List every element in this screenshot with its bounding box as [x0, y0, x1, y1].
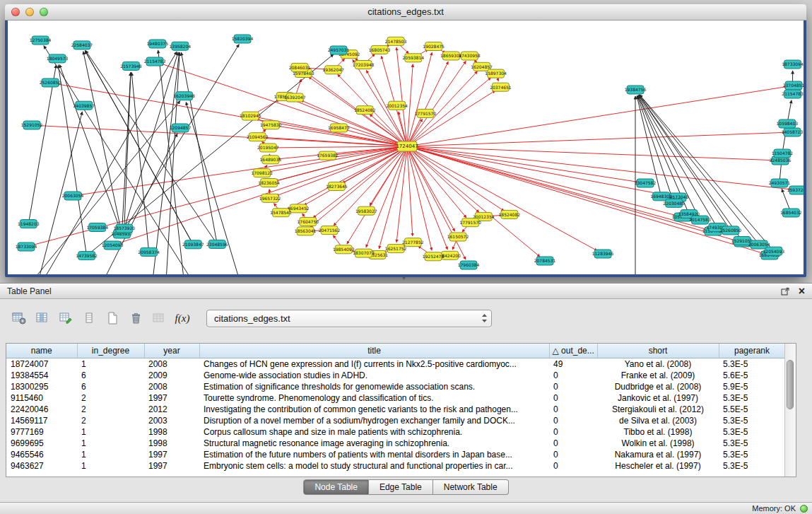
create-column-button[interactable]	[55, 308, 76, 329]
graph-node[interactable]: 17430958	[459, 52, 481, 60]
scrollbar-thumb[interactable]	[787, 360, 794, 409]
graph-node[interactable]: 16805743	[369, 45, 391, 54]
graph-node[interactable]: 16392047	[284, 93, 306, 102]
graph-node[interactable]: 20063054	[62, 192, 84, 200]
graph-node[interactable]: 23048596	[206, 240, 228, 248]
graph-node[interactable]: 18307073	[353, 249, 375, 257]
graph-node[interactable]: 21154783	[144, 57, 166, 66]
graph-node[interactable]: 16203948	[173, 92, 195, 100]
graph-node[interactable]: 14058723	[782, 128, 804, 136]
float-panel-icon[interactable]	[781, 286, 790, 296]
table-row[interactable]: 977716911998Corpus callosum shape and si…	[6, 426, 785, 438]
graph-node[interactable]: 20147583	[689, 216, 711, 224]
splitter-handle[interactable]: ▼	[401, 276, 406, 281]
graph-node[interactable]: 18733094	[16, 243, 37, 251]
column-header-pagerank[interactable]: pagerank	[719, 344, 785, 358]
graph-node[interactable]: 12054093	[763, 247, 785, 255]
import-table-button[interactable]	[148, 308, 170, 329]
graph-node[interactable]: 18733094	[782, 60, 804, 69]
graph-node[interactable]: 15478541	[270, 209, 292, 217]
function-builder-button[interactable]: f(x)	[172, 308, 193, 329]
table-row[interactable]: 946554611997Estimation of the future num…	[6, 449, 785, 460]
column-header-name[interactable]: name	[6, 344, 77, 358]
graph-node[interactable]: 15820394	[232, 35, 254, 43]
graph-node[interactable]: 24039857	[73, 101, 95, 110]
graph-node[interactable]: 11948203	[18, 220, 40, 228]
graph-node[interactable]: 15937204	[787, 186, 804, 194]
graph-node[interactable]: 17098122	[251, 169, 273, 177]
graph-node[interactable]: 17791570	[415, 109, 437, 117]
graph-node[interactable]: 20374651	[490, 83, 512, 91]
graph-node[interactable]: 18573920	[114, 224, 136, 233]
graph-node[interactable]: 15897304	[485, 69, 507, 78]
graph-node[interactable]: 19252478	[423, 252, 445, 261]
graph-node[interactable]: 21154783	[782, 90, 804, 98]
graph-node[interactable]: 11504782	[772, 149, 794, 158]
graph-node[interactable]: 13958204	[170, 42, 192, 50]
graph-node[interactable]: 18524082	[499, 210, 521, 218]
graph-node[interactable]: 24957031	[328, 46, 350, 54]
graph-node[interactable]: 16489035	[260, 156, 282, 164]
graph-node[interactable]: 17791570	[459, 218, 481, 227]
graph-node[interactable]: 1724047	[396, 141, 418, 151]
delete-table-button[interactable]	[125, 308, 146, 329]
table-row[interactable]: 1938455462009Genome-wide association stu…	[6, 370, 785, 381]
graph-node[interactable]: 21478503	[385, 37, 407, 45]
graph-node[interactable]: 19362047	[322, 66, 344, 74]
graph-node[interactable]: 17659382	[317, 151, 339, 160]
graph-node[interactable]: 12750384	[30, 36, 52, 45]
window-minimize-button[interactable]	[25, 8, 34, 16]
graph-node[interactable]: 23704851	[783, 81, 804, 90]
memory-indicator[interactable]	[800, 505, 808, 513]
table-mode-button[interactable]	[8, 308, 30, 329]
tab-network-table[interactable]: Network Table	[433, 479, 509, 495]
graph-node[interactable]: 18273645	[326, 182, 348, 191]
graph-node[interactable]: 16251752	[385, 245, 407, 253]
table-row[interactable]: 1872400712008Changes of HCN gene express…	[6, 358, 785, 370]
graph-node[interactable]: 19028475	[423, 42, 445, 51]
graph-node[interactable]: 21277852	[402, 238, 424, 247]
graph-node[interactable]: 22584037	[71, 41, 93, 49]
tab-edge-table[interactable]: Edge Table	[369, 479, 433, 495]
graph-node[interactable]: 18524082	[354, 106, 376, 115]
table-scrollbar[interactable]	[784, 344, 796, 477]
graph-node[interactable]: 12094857	[170, 124, 192, 132]
table-row[interactable]: 1830029562008Estimation of significance …	[6, 381, 785, 392]
graph-node[interactable]: 19657322	[259, 194, 281, 202]
graph-node[interactable]: 18102945	[240, 112, 261, 120]
table-row[interactable]: 946362711997Embryonic stem cells: a mode…	[6, 460, 785, 472]
graph-node[interactable]: 18563041	[295, 227, 317, 235]
tab-node-table[interactable]: Node Table	[303, 479, 369, 495]
graph-node[interactable]: 21093847	[182, 240, 204, 249]
graph-node[interactable]: 13047582	[635, 179, 657, 187]
graph-node[interactable]: 16958473	[328, 124, 350, 132]
graph-node[interactable]: 25260850	[40, 78, 61, 87]
table-row[interactable]: 969969511998Structural magnetic resonanc…	[6, 438, 785, 449]
create-row-button[interactable]	[78, 308, 100, 329]
graph-node[interactable]: 21094563	[247, 133, 269, 141]
graph-node[interactable]: 19854093	[333, 245, 355, 254]
graph-node[interactable]: 22030485	[663, 199, 685, 207]
graph-node[interactable]: 24930571	[769, 179, 791, 187]
table-row[interactable]: 2242004622012Investigating the contribut…	[6, 404, 785, 415]
network-graph[interactable]: 1852408220012354177915701615057218424200…	[8, 21, 804, 274]
table-row[interactable]: 911546021997Tourette syndrome. Phenomeno…	[6, 392, 785, 404]
graph-node[interactable]: 25260850	[720, 226, 742, 235]
graph-node[interactable]: 15291052	[21, 121, 43, 129]
column-header-title[interactable]: title	[199, 344, 549, 358]
graph-node[interactable]: 20012354	[386, 101, 408, 110]
graph-node[interactable]: 12054093	[102, 241, 124, 250]
graph-node[interactable]: 14739582	[76, 252, 98, 260]
window-titlebar[interactable]: citations_edges.txt	[5, 4, 806, 21]
window-close-button[interactable]	[11, 8, 20, 16]
graph-node[interactable]: 17059384	[86, 223, 108, 232]
graph-node[interactable]: 16150572	[447, 233, 469, 241]
graph-node[interactable]: 18236054	[258, 179, 280, 187]
network-view[interactable]: 1852408220012354177915701615057218424200…	[8, 21, 804, 274]
column-header-out-degree[interactable]: △ out_de...	[549, 344, 597, 358]
graph-node[interactable]: 18049573	[47, 54, 69, 63]
graph-node[interactable]: 19384756	[625, 86, 647, 94]
window-zoom-button[interactable]	[40, 8, 48, 16]
graph-node[interactable]: 10598403	[777, 119, 799, 128]
graph-node[interactable]: 21573948	[120, 62, 142, 70]
